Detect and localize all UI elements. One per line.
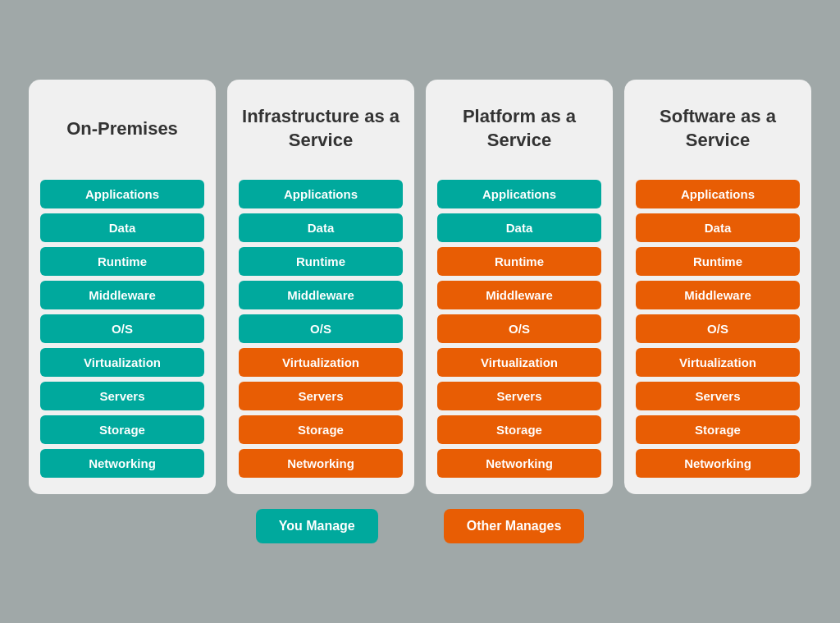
column-title-saas: Software as a Service bbox=[636, 96, 800, 162]
column-paas: Platform as a ServiceApplicationsDataRun… bbox=[426, 80, 613, 494]
column-saas: Software as a ServiceApplicationsDataRun… bbox=[624, 80, 811, 494]
item-badge-applications-iaas: Applications bbox=[239, 180, 403, 208]
column-iaas: Infrastructure as a ServiceApplicationsD… bbox=[227, 80, 414, 494]
item-badge-virtualization-on-premises: Virtualization bbox=[40, 348, 204, 377]
item-badge-runtime-on-premises: Runtime bbox=[40, 247, 204, 276]
column-on-premises: On-PremisesApplicationsDataRuntimeMiddle… bbox=[29, 80, 216, 494]
item-badge-applications-saas: Applications bbox=[636, 180, 800, 208]
main-container: On-PremisesApplicationsDataRuntimeMiddle… bbox=[16, 80, 824, 543]
items-list-on-premises: ApplicationsDataRuntimeMiddlewareO/SVirt… bbox=[40, 180, 204, 478]
column-title-paas: Platform as a Service bbox=[437, 96, 601, 162]
item-badge-o/s-on-premises: O/S bbox=[40, 314, 204, 343]
item-badge-data-on-premises: Data bbox=[40, 213, 204, 242]
item-badge-networking-paas: Networking bbox=[437, 449, 601, 478]
item-badge-data-paas: Data bbox=[437, 213, 601, 242]
items-list-saas: ApplicationsDataRuntimeMiddlewareO/SVirt… bbox=[636, 180, 800, 478]
item-badge-storage-paas: Storage bbox=[437, 415, 601, 444]
item-badge-runtime-saas: Runtime bbox=[636, 247, 800, 276]
item-badge-runtime-paas: Runtime bbox=[437, 247, 601, 276]
item-badge-servers-saas: Servers bbox=[636, 382, 800, 410]
columns-row: On-PremisesApplicationsDataRuntimeMiddle… bbox=[16, 80, 824, 494]
item-badge-networking-saas: Networking bbox=[636, 449, 800, 478]
items-list-paas: ApplicationsDataRuntimeMiddlewareO/SVirt… bbox=[437, 180, 601, 478]
item-badge-runtime-iaas: Runtime bbox=[239, 247, 403, 276]
item-badge-middleware-iaas: Middleware bbox=[239, 281, 403, 309]
item-badge-applications-on-premises: Applications bbox=[40, 180, 204, 208]
items-list-iaas: ApplicationsDataRuntimeMiddlewareO/SVirt… bbox=[239, 180, 403, 478]
item-badge-networking-on-premises: Networking bbox=[40, 449, 204, 478]
item-badge-applications-paas: Applications bbox=[437, 180, 601, 208]
item-badge-virtualization-saas: Virtualization bbox=[636, 348, 800, 377]
legend-row: You Manage Other Manages bbox=[256, 509, 585, 543]
you-manage-badge: You Manage bbox=[256, 509, 378, 543]
item-badge-storage-on-premises: Storage bbox=[40, 415, 204, 444]
item-badge-storage-iaas: Storage bbox=[239, 415, 403, 444]
item-badge-o/s-saas: O/S bbox=[636, 314, 800, 343]
item-badge-data-saas: Data bbox=[636, 213, 800, 242]
item-badge-middleware-on-premises: Middleware bbox=[40, 281, 204, 309]
item-badge-virtualization-paas: Virtualization bbox=[437, 348, 601, 377]
item-badge-servers-iaas: Servers bbox=[239, 382, 403, 410]
item-badge-middleware-paas: Middleware bbox=[437, 281, 601, 309]
other-manages-badge: Other Manages bbox=[444, 509, 585, 543]
item-badge-storage-saas: Storage bbox=[636, 415, 800, 444]
item-badge-o/s-paas: O/S bbox=[437, 314, 601, 343]
column-title-on-premises: On-Premises bbox=[66, 96, 178, 162]
item-badge-virtualization-iaas: Virtualization bbox=[239, 348, 403, 377]
item-badge-data-iaas: Data bbox=[239, 213, 403, 242]
item-badge-networking-iaas: Networking bbox=[239, 449, 403, 478]
item-badge-middleware-saas: Middleware bbox=[636, 281, 800, 309]
item-badge-servers-paas: Servers bbox=[437, 382, 601, 410]
item-badge-o/s-iaas: O/S bbox=[239, 314, 403, 343]
column-title-iaas: Infrastructure as a Service bbox=[239, 96, 403, 162]
item-badge-servers-on-premises: Servers bbox=[40, 382, 204, 410]
